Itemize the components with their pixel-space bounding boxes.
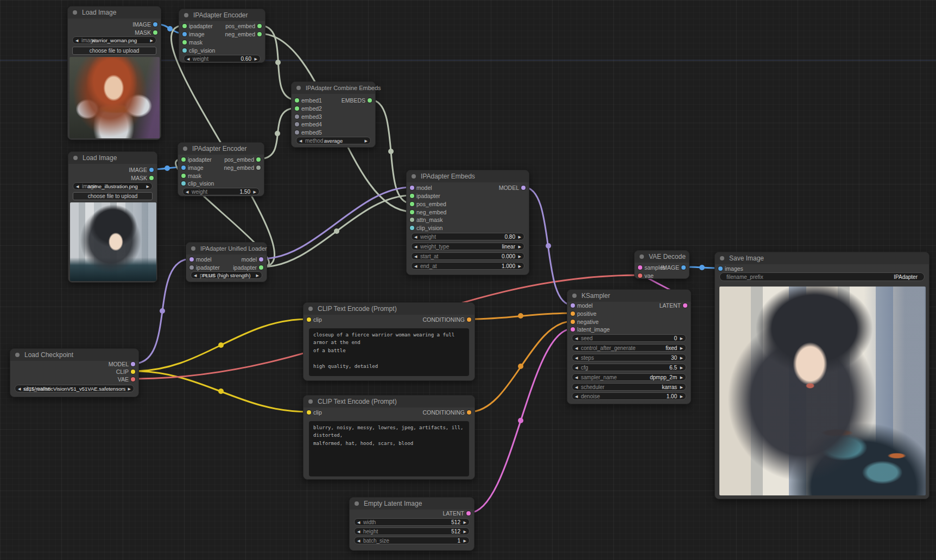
port-dot[interactable]: [153, 22, 157, 27]
prev-arrow-icon[interactable]: ◀: [18, 385, 21, 392]
width-widget[interactable]: ◀width512▶: [354, 518, 470, 526]
node-title-bar[interactable]: VAE Decode: [635, 251, 689, 263]
node-load-checkpoint[interactable]: Load Checkpoint MODEL CLIP VAE ◀ckpt_nam…: [10, 348, 139, 397]
seed-widget[interactable]: ◀seed0▶: [572, 334, 686, 342]
port-dot[interactable]: [295, 130, 299, 135]
port-dot[interactable]: [681, 265, 686, 270]
increment-arrow-icon[interactable]: ▶: [680, 354, 683, 361]
decrement-arrow-icon[interactable]: ◀: [187, 55, 189, 62]
node-title-bar[interactable]: IPAdapter Embeds: [407, 170, 529, 182]
next-arrow-icon[interactable]: ▶: [518, 243, 521, 250]
port-dot[interactable]: [410, 210, 414, 214]
prev-arrow-icon[interactable]: ◀: [575, 384, 578, 391]
port-dot[interactable]: [295, 114, 299, 119]
increment-arrow-icon[interactable]: ▶: [464, 528, 466, 535]
negative-prompt-textarea[interactable]: blurry, noisy, messy, lowres, jpeg, arti…: [309, 421, 469, 476]
node-title-bar[interactable]: Load Image: [68, 152, 157, 164]
collapse-dot-icon[interactable]: [308, 399, 313, 404]
weight-widget[interactable]: ◀weight1.50▶: [182, 188, 260, 195]
increment-arrow-icon[interactable]: ▶: [680, 393, 683, 400]
node-title-bar[interactable]: IPAdapter Encoder: [179, 9, 265, 21]
port-dot[interactable]: [181, 166, 186, 170]
collapse-dot-icon[interactable]: [73, 10, 77, 15]
next-arrow-icon[interactable]: ▶: [680, 384, 683, 391]
next-arrow-icon[interactable]: ▶: [150, 37, 153, 44]
next-arrow-icon[interactable]: ▶: [256, 272, 259, 279]
increment-arrow-icon[interactable]: ▶: [518, 233, 521, 240]
collapse-dot-icon[interactable]: [191, 246, 195, 251]
port-dot[interactable]: [256, 166, 261, 170]
collapse-dot-icon[interactable]: [572, 294, 577, 298]
port-dot[interactable]: [571, 327, 575, 332]
node-title-bar[interactable]: Load Image: [68, 7, 161, 18]
node-title-bar[interactable]: Load Checkpoint: [10, 349, 138, 361]
positive-prompt-textarea[interactable]: closeup of a fierce warrior woman wearin…: [309, 328, 469, 376]
port-dot[interactable]: [571, 303, 575, 308]
port-dot[interactable]: [410, 202, 414, 206]
port-dot[interactable]: [149, 168, 154, 172]
port-dot[interactable]: [149, 176, 154, 180]
decrement-arrow-icon[interactable]: ◀: [357, 519, 360, 526]
decrement-arrow-icon[interactable]: ◀: [575, 354, 578, 361]
port-dot[interactable]: [182, 32, 187, 36]
increment-arrow-icon[interactable]: ▶: [255, 55, 257, 62]
port-dot[interactable]: [256, 157, 261, 162]
port-dot[interactable]: [189, 257, 194, 262]
node-clip-text-encode-negative[interactable]: CLIP Text Encode (Prompt) clip CONDITION…: [303, 395, 475, 480]
increment-arrow-icon[interactable]: ▶: [464, 519, 466, 526]
port-dot[interactable]: [410, 218, 414, 222]
port-dot[interactable]: [638, 273, 642, 278]
node-graph-canvas[interactable]: Load Image IMAGE MASK ◀imagewarrior_woma…: [0, 0, 936, 560]
increment-arrow-icon[interactable]: ▶: [464, 537, 466, 544]
port-dot[interactable]: [683, 303, 687, 308]
start-at-widget[interactable]: ◀start_at0.000▶: [411, 252, 524, 260]
port-dot[interactable]: [131, 377, 135, 381]
port-dot[interactable]: [571, 320, 575, 324]
port-dot[interactable]: [189, 265, 194, 270]
port-dot[interactable]: [153, 30, 157, 35]
increment-arrow-icon[interactable]: ▶: [518, 263, 521, 270]
node-title-bar[interactable]: IPAdapter Unified Loader: [186, 243, 267, 254]
collapse-dot-icon[interactable]: [640, 254, 644, 259]
image-filename-widget[interactable]: ◀imageanime_illustration.png▶: [73, 182, 153, 190]
collapse-dot-icon[interactable]: [296, 86, 301, 90]
weight-widget[interactable]: ◀weight0.80▶: [411, 233, 524, 240]
node-empty-latent-image[interactable]: Empty Latent Image LATENT ◀width512▶ ◀he…: [349, 497, 475, 551]
prev-arrow-icon[interactable]: ◀: [575, 345, 578, 352]
decrement-arrow-icon[interactable]: ◀: [575, 393, 578, 400]
node-ipadapter-embeds[interactable]: IPAdapter Embeds model ipadapter pos_emb…: [406, 170, 529, 275]
prev-arrow-icon[interactable]: ◀: [575, 374, 578, 381]
node-title-bar[interactable]: CLIP Text Encode (Prompt): [303, 396, 475, 408]
prev-arrow-icon[interactable]: ◀: [76, 183, 79, 190]
upload-button[interactable]: choose file to upload: [72, 47, 156, 55]
node-clip-text-encode-positive[interactable]: CLIP Text Encode (Prompt) clip CONDITION…: [303, 302, 475, 381]
cfg-widget[interactable]: ◀cfg6.5▶: [572, 364, 686, 371]
port-dot[interactable]: [259, 265, 263, 270]
port-dot[interactable]: [182, 24, 187, 28]
node-title-bar[interactable]: IPAdapter Combine Embeds: [292, 82, 375, 94]
decrement-arrow-icon[interactable]: ◀: [575, 364, 578, 371]
weight-widget[interactable]: ◀weight0.60▶: [184, 55, 261, 62]
decrement-arrow-icon[interactable]: ◀: [186, 188, 188, 195]
node-vae-decode[interactable]: VAE Decode samples vae IMAGE: [634, 250, 690, 279]
increment-arrow-icon[interactable]: ▶: [254, 188, 256, 195]
collapse-dot-icon[interactable]: [308, 307, 313, 311]
upload-button[interactable]: choose file to upload: [73, 192, 153, 200]
port-dot[interactable]: [410, 194, 414, 198]
sampler-name-widget[interactable]: ◀sampler_namedpmpp_2m▶: [572, 373, 686, 381]
next-arrow-icon[interactable]: ▶: [147, 183, 149, 190]
denoise-widget[interactable]: ◀denoise1.00▶: [572, 392, 686, 400]
port-dot[interactable]: [368, 98, 372, 103]
next-arrow-icon[interactable]: ▶: [365, 137, 368, 144]
node-ksampler[interactable]: KSampler model positive negative latent_…: [567, 289, 691, 404]
prev-arrow-icon[interactable]: ◀: [299, 137, 302, 144]
node-title-bar[interactable]: KSampler: [567, 290, 691, 302]
steps-widget[interactable]: ◀steps30▶: [572, 354, 686, 361]
collapse-dot-icon[interactable]: [412, 174, 416, 179]
increment-arrow-icon[interactable]: ▶: [680, 335, 683, 342]
image-filename-widget[interactable]: ◀imagewarrior_woman.png▶: [72, 36, 156, 44]
node-title-bar[interactable]: IPAdapter Encoder: [178, 143, 264, 155]
decrement-arrow-icon[interactable]: ◀: [414, 233, 417, 240]
collapse-dot-icon[interactable]: [73, 156, 78, 160]
node-ipadapter-encoder-1[interactable]: IPAdapter Encoder ipadapter image mask c…: [179, 9, 265, 63]
